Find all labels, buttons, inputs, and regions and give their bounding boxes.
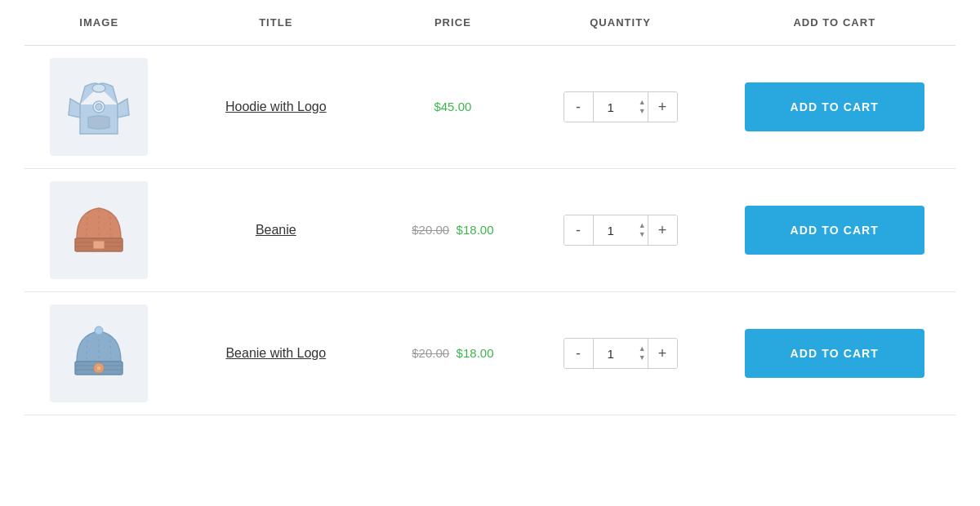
product-title[interactable]: Hoodie with Logo <box>225 100 327 113</box>
qty-arrows: ▲ ▼ <box>637 98 648 116</box>
product-image-wrapper <box>50 181 148 279</box>
quantity-increase-button[interactable]: + <box>648 91 677 122</box>
quantity-control: - ▲ ▼ + <box>564 91 678 122</box>
table-row: Hoodie with Logo $45.00 - ▲ ▼ <box>24 46 956 169</box>
quantity-decrease-button[interactable]: - <box>564 91 594 122</box>
svg-point-2 <box>96 104 102 110</box>
table-row: Beanie with Logo $20.00 $18.00 - ▲ ▼ <box>24 292 956 415</box>
quantity-increase-button[interactable]: + <box>648 215 677 246</box>
quantity-input[interactable] <box>594 215 637 246</box>
product-price-regular: $45.00 <box>434 100 471 113</box>
product-price-cell: $20.00 $18.00 <box>378 169 527 292</box>
qty-arrow-down[interactable]: ▼ <box>639 230 646 239</box>
svg-point-12 <box>95 326 103 335</box>
product-table: IMAGE TITLE PRICE QUANTITY ADD TO CART <box>24 0 956 415</box>
qty-input-wrapper: ▲ ▼ <box>594 91 648 122</box>
quantity-control: - ▲ ▼ + <box>564 215 678 246</box>
product-price-sale: $18.00 <box>457 346 494 360</box>
product-quantity-cell: - ▲ ▼ + <box>528 46 714 169</box>
add-to-cart-cell: ADD TO CART <box>714 46 956 169</box>
quantity-decrease-button[interactable]: - <box>564 338 594 369</box>
quantity-control: - ▲ ▼ + <box>564 338 678 369</box>
qty-arrow-up[interactable]: ▲ <box>639 344 646 353</box>
qty-input-wrapper: ▲ ▼ <box>594 215 648 246</box>
qty-arrow-up[interactable]: ▲ <box>639 98 646 107</box>
product-image-cell <box>24 169 173 292</box>
product-image-cell <box>24 292 173 415</box>
quantity-decrease-button[interactable]: - <box>564 215 594 246</box>
product-quantity-cell: - ▲ ▼ + <box>528 292 714 415</box>
table-row: Beanie $20.00 $18.00 - ▲ ▼ <box>24 169 956 292</box>
beanie-with-logo-image <box>62 317 136 390</box>
add-to-cart-button[interactable]: ADD TO CART <box>745 206 924 255</box>
product-price-original: $20.00 <box>412 346 449 360</box>
svg-rect-6 <box>93 241 105 249</box>
product-price-sale: $18.00 <box>457 223 494 237</box>
qty-arrow-down[interactable]: ▼ <box>639 353 646 362</box>
qty-arrow-down[interactable]: ▼ <box>639 107 646 116</box>
svg-point-11 <box>96 366 101 371</box>
product-title-cell: Hoodie with Logo <box>173 46 378 169</box>
beanie-image <box>62 193 136 267</box>
add-to-cart-cell: ADD TO CART <box>714 169 956 292</box>
product-title-cell: Beanie with Logo <box>173 292 378 415</box>
quantity-input[interactable] <box>594 91 637 122</box>
product-image-cell <box>24 46 173 169</box>
table-header-row: IMAGE TITLE PRICE QUANTITY ADD TO CART <box>24 0 956 46</box>
add-to-cart-cell: ADD TO CART <box>714 292 956 415</box>
product-table-container: IMAGE TITLE PRICE QUANTITY ADD TO CART <box>0 0 980 415</box>
product-title-cell: Beanie <box>173 169 378 292</box>
product-price-cell: $45.00 <box>378 46 527 169</box>
col-header-title: TITLE <box>173 0 378 46</box>
product-quantity-cell: - ▲ ▼ + <box>528 169 714 292</box>
col-header-addtocart: ADD TO CART <box>714 0 956 46</box>
quantity-increase-button[interactable]: + <box>648 338 677 369</box>
col-header-price: PRICE <box>378 0 527 46</box>
product-title[interactable]: Beanie <box>256 223 296 237</box>
col-header-image: IMAGE <box>24 0 173 46</box>
col-header-quantity: QUANTITY <box>528 0 714 46</box>
product-title[interactable]: Beanie with Logo <box>225 346 326 360</box>
quantity-input[interactable] <box>594 338 637 369</box>
product-image-wrapper <box>50 58 148 156</box>
svg-point-0 <box>92 84 105 92</box>
qty-arrow-up[interactable]: ▲ <box>639 221 646 230</box>
qty-arrows: ▲ ▼ <box>637 221 648 239</box>
add-to-cart-button[interactable]: ADD TO CART <box>745 329 924 378</box>
hoodie-with-logo-image <box>62 70 136 144</box>
qty-input-wrapper: ▲ ▼ <box>594 338 648 369</box>
product-price-original: $20.00 <box>412 223 449 237</box>
add-to-cart-button[interactable]: ADD TO CART <box>745 82 924 131</box>
qty-arrows: ▲ ▼ <box>637 344 648 362</box>
product-price-cell: $20.00 $18.00 <box>378 292 527 415</box>
product-image-wrapper <box>50 304 148 402</box>
